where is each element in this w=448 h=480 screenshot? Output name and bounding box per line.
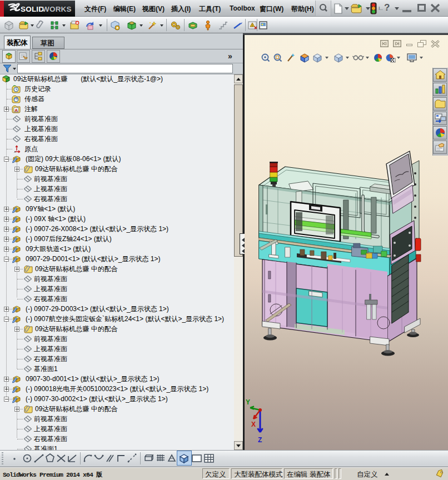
svg-text:Z: Z xyxy=(258,436,262,444)
svg-text:Y: Y xyxy=(246,398,250,406)
svg-text:!: ! xyxy=(252,24,253,27)
svg-text:A: A xyxy=(14,108,18,113)
svg-text:SOLID: SOLID xyxy=(21,5,44,13)
svg-text:WORKS: WORKS xyxy=(42,5,72,13)
svg-text:X: X xyxy=(251,421,256,428)
